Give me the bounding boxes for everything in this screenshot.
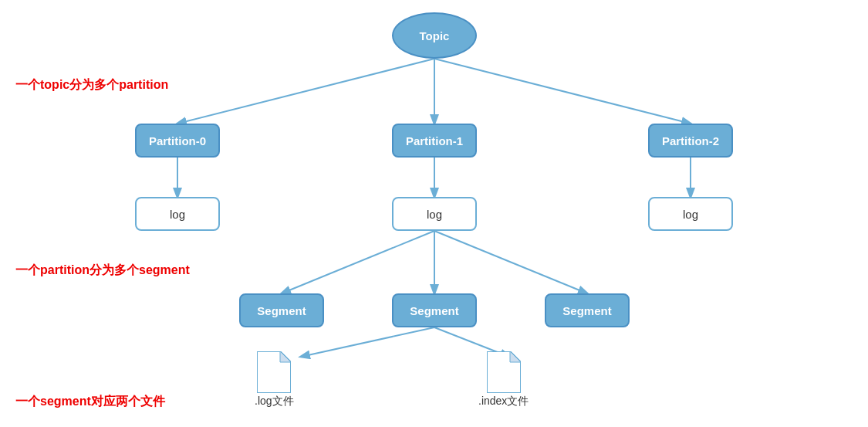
topic-node: Topic <box>392 12 477 59</box>
svg-line-6 <box>282 231 434 293</box>
svg-line-8 <box>434 231 587 293</box>
annotation-partition-segment: 一个partition分为多个segment <box>15 263 190 279</box>
annotation-segment-files: 一个segment对应两个文件 <box>15 394 165 410</box>
log-1-node: log <box>392 197 477 231</box>
diagram: Topic Partition-0 Partition-1 Partition-… <box>0 0 868 427</box>
index-file-icon: .index文件 <box>478 351 529 408</box>
partition-0-node: Partition-0 <box>135 124 220 158</box>
svg-line-9 <box>301 327 434 357</box>
svg-marker-14 <box>510 351 521 362</box>
log-2-node: log <box>648 197 733 231</box>
log-file-label: .log文件 <box>255 395 294 408</box>
annotation-topic-partition: 一个topic分为多个partition <box>15 77 168 93</box>
log-0-node: log <box>135 197 220 231</box>
index-file-label: .index文件 <box>478 395 529 408</box>
partition-1-node: Partition-1 <box>392 124 477 158</box>
log-file-icon: .log文件 <box>255 351 294 408</box>
index-file-shape <box>487 351 521 393</box>
svg-marker-12 <box>280 351 291 362</box>
partition-2-node: Partition-2 <box>648 124 733 158</box>
segment-1-node: Segment <box>392 293 477 327</box>
segment-0-node: Segment <box>239 293 324 327</box>
segment-2-node: Segment <box>545 293 630 327</box>
log-file-shape <box>257 351 291 393</box>
svg-line-0 <box>177 59 434 124</box>
svg-line-2 <box>434 59 691 124</box>
